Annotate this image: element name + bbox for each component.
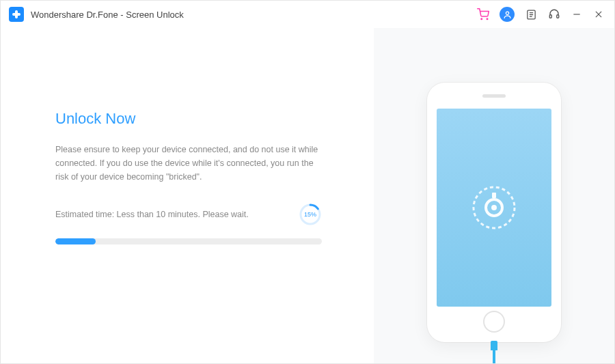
titlebar: Wondershare Dr.Fone - Screen Unlock: [1, 1, 614, 28]
svg-rect-7: [549, 15, 551, 18]
progress-bar: [55, 238, 322, 244]
app-logo-icon: [9, 7, 24, 22]
progress-ring: 15%: [299, 203, 322, 226]
estimated-time-text: Estimated time: Less than 10 minutes. Pl…: [55, 210, 249, 219]
svg-rect-17: [492, 193, 496, 198]
titlebar-actions: [476, 7, 605, 22]
right-illustration-panel: [374, 28, 614, 363]
app-title: Wondershare Dr.Fone - Screen Unlock: [31, 10, 184, 20]
left-panel: Unlock Now Please ensure to keep your de…: [1, 28, 374, 363]
user-account-icon[interactable]: [500, 7, 515, 22]
cable-illustration: [491, 341, 497, 363]
wrench-gear-icon: [470, 184, 518, 232]
feedback-icon[interactable]: [524, 8, 538, 21]
minimize-button[interactable]: [571, 8, 583, 21]
svg-point-0: [481, 18, 482, 20]
close-button[interactable]: [592, 8, 605, 21]
phone-illustration: [427, 83, 561, 342]
app-window: Wondershare Dr.Fone - Screen Unlock: [0, 0, 615, 364]
svg-point-2: [506, 12, 508, 14]
svg-rect-8: [557, 15, 559, 18]
instruction-text: Please ensure to keep your device connec…: [55, 143, 329, 184]
progress-bar-fill: [55, 238, 96, 244]
svg-point-16: [491, 205, 497, 210]
svg-point-1: [487, 18, 488, 20]
content-area: Unlock Now Please ensure to keep your de…: [1, 28, 614, 363]
progress-percent-label: 15%: [299, 203, 322, 226]
cart-icon[interactable]: [476, 8, 490, 21]
phone-screen: [437, 109, 551, 307]
estimated-row: Estimated time: Less than 10 minutes. Pl…: [55, 203, 322, 226]
page-heading: Unlock Now: [55, 110, 333, 128]
support-headset-icon[interactable]: [547, 8, 561, 21]
